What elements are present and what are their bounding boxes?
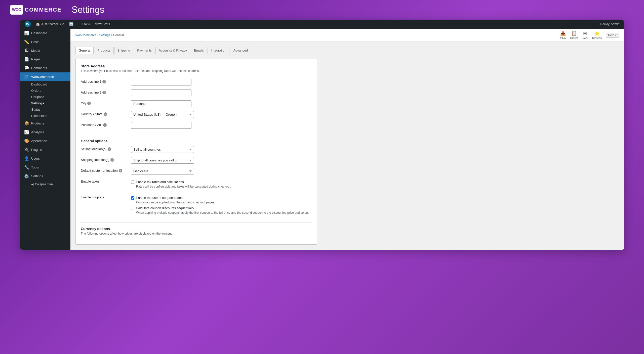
shipping-location-label: Shipping location(s) i <box>81 158 131 162</box>
shipping-location-select[interactable]: Ship to all countries you sell to Ship t… <box>131 157 194 164</box>
woocommerce-nav-icon: 🛒 <box>24 74 29 79</box>
users-icon: 👤 <box>24 156 29 161</box>
submenu-settings[interactable]: Settings <box>20 100 70 106</box>
sidebar-item-pages[interactable]: 📄 Pages <box>20 55 70 64</box>
enable-coupons-checkbox[interactable] <box>131 196 134 200</box>
enable-taxes-label: Enable taxes <box>81 180 131 183</box>
enable-taxes-checkbox-label[interactable]: Enable tax rates and calculations <box>136 180 184 184</box>
breadcrumb-settings[interactable]: Settings <box>99 33 110 37</box>
country-label: Country / State i <box>81 112 131 116</box>
wp-icon-button[interactable]: W <box>22 20 33 29</box>
settings-panel: Store Address This is where your busines… <box>75 59 317 245</box>
sidebar-item-comments[interactable]: 💬 Comments <box>20 64 70 72</box>
reviews-action[interactable]: ⭐ Reviews <box>592 31 602 39</box>
address1-info-icon[interactable]: i <box>102 80 106 83</box>
sequential-coupons-checkbox[interactable] <box>131 207 134 210</box>
selling-location-select[interactable]: Sell to all countries Sell to specific c… <box>131 146 194 153</box>
sidebar-item-dashboard[interactable]: 📊 Dashboard <box>20 29 70 37</box>
tab-accounts-privacy[interactable]: Accounts & Privacy <box>155 47 190 54</box>
country-info-icon[interactable]: i <box>104 112 107 116</box>
sidebar-item-users[interactable]: 👤 Users <box>20 154 70 163</box>
sidebar-item-products[interactable]: 📦 Products <box>20 119 70 128</box>
general-options-table: Selling location(s) i Sell to all countr… <box>81 144 312 218</box>
city-info-icon[interactable]: i <box>87 102 91 105</box>
howdy-text: Howdy, Admin <box>598 22 622 26</box>
sidebar-item-posts[interactable]: ✏️ Posts <box>20 37 70 46</box>
wp-circle-icon: W <box>25 21 31 27</box>
settings-tabs: General Products Shipping Payments Accou… <box>75 47 317 54</box>
stock-action[interactable]: ⊞ Stock <box>582 31 588 39</box>
sidebar-item-analytics[interactable]: 📈 Analytics <box>20 128 70 137</box>
store-address-desc: This is where your business is located. … <box>81 69 312 73</box>
products-icon: 📦 <box>24 121 29 126</box>
postcode-label: Postcode / ZIP i <box>81 123 131 127</box>
posts-icon: ✏️ <box>24 39 29 44</box>
inbox-action[interactable]: 📥 Inbox <box>560 31 566 39</box>
coupons-desc: Coupons can be applied from the cart and… <box>136 201 312 204</box>
breadcrumb-current: General <box>113 33 124 37</box>
tab-integration[interactable]: Integration <box>208 47 229 54</box>
settings-icon: ⚙️ <box>24 174 29 179</box>
city-input[interactable] <box>131 100 191 107</box>
sidebar-item-appearance[interactable]: 🎨 Apearence <box>20 137 70 145</box>
enable-coupons-checkbox-label[interactable]: Enable the use of coupon codes <box>136 196 183 200</box>
settings-wrap: General Products Shipping Payments Accou… <box>70 42 322 250</box>
site-name-button[interactable]: 🏠 Just Another Site <box>33 20 67 29</box>
tab-advanced[interactable]: Advanced <box>230 47 251 54</box>
address2-input[interactable] <box>131 90 191 96</box>
inbox-icon: 📥 <box>560 31 566 36</box>
reviews-icon: ⭐ <box>594 31 600 36</box>
sidebar-item-tools[interactable]: 🔧 Tools <box>20 163 70 172</box>
appearance-icon: 🎨 <box>24 139 29 143</box>
content-header: WooCommerce / Settings / General 📥 Inbox… <box>70 29 624 42</box>
sidebar-item-settings[interactable]: ⚙️ Settings <box>20 172 70 181</box>
orders-action[interactable]: 📋 Orders <box>570 31 578 39</box>
tab-products[interactable]: Products <box>94 47 113 54</box>
selling-location-label: Selling location(s) i <box>81 147 131 151</box>
selling-info-icon[interactable]: i <box>108 147 111 151</box>
submenu-dashboard[interactable]: Dashboard <box>20 81 70 87</box>
tab-payments[interactable]: Payments <box>134 47 155 54</box>
breadcrumb-woocommerce[interactable]: WooCommerce <box>75 33 96 37</box>
shipping-info-icon[interactable]: i <box>110 158 114 162</box>
postcode-input[interactable] <box>131 122 191 129</box>
submenu-status[interactable]: Status <box>20 106 70 113</box>
content-actions: 📥 Inbox 📋 Orders ⊞ Stock ⭐ <box>560 31 619 39</box>
customer-location-select[interactable]: Geolocate No location by default Shop ba… <box>131 168 194 174</box>
customer-location-label: Default customer location i <box>81 169 131 172</box>
collapse-menu-button[interactable]: ◀ Colapse menu <box>20 181 70 188</box>
sidebar-item-plugins[interactable]: 🔌 Plugins <box>20 145 70 154</box>
sidebar-item-woocommerce[interactable]: 🛒 WooCommerce <box>20 72 70 81</box>
sequential-coupons-desc: When applying multiple coupons, apply th… <box>136 211 312 214</box>
analytics-icon: 📈 <box>24 130 29 135</box>
plugins-icon: 🔌 <box>24 147 29 152</box>
view-posts-button[interactable]: View Posts <box>93 20 112 29</box>
submenu-orders[interactable]: Orders <box>20 87 70 94</box>
address2-info-icon[interactable]: i <box>102 91 106 94</box>
enable-taxes-checkbox[interactable] <box>131 181 134 184</box>
wp-content: WooCommerce / Settings / General 📥 Inbox… <box>70 29 624 250</box>
dashboard-icon: 📊 <box>24 31 29 35</box>
address1-input[interactable] <box>131 79 191 85</box>
submenu-coupons[interactable]: Coupons <box>20 94 70 100</box>
postcode-info-icon[interactable]: i <box>103 123 107 127</box>
wp-sidebar: 📊 Dashboard ✏️ Posts 🖼 Media 📄 Pages 💬 <box>20 29 70 250</box>
submenu-extensions[interactable]: Extensions <box>20 113 70 119</box>
currency-options-heading: Currency options <box>81 227 312 231</box>
general-options-heading: General options <box>81 139 312 143</box>
new-content-button[interactable]: + New <box>79 20 92 29</box>
tab-shipping[interactable]: Shipping <box>114 47 134 54</box>
sequential-coupons-label[interactable]: Calculate coupon discounts sequentially <box>136 206 194 210</box>
customer-location-info-icon[interactable]: i <box>119 169 122 172</box>
sidebar-item-media[interactable]: 🖼 Media <box>20 46 70 55</box>
help-button[interactable]: Help ▾ <box>606 33 619 38</box>
country-select[interactable]: United States (US) — Oregon United State… <box>131 111 194 118</box>
woo-logo-name: COMMERCE <box>25 7 62 13</box>
updates-button[interactable]: 🔄 0 <box>67 20 79 29</box>
breadcrumb: WooCommerce / Settings / General <box>75 33 124 37</box>
store-address-table: Address line 1 i <box>81 77 312 131</box>
tools-icon: 🔧 <box>24 165 29 170</box>
tab-general[interactable]: General <box>75 47 94 54</box>
page-heading: Settings <box>72 5 104 15</box>
tab-emails[interactable]: Emails <box>191 47 207 54</box>
